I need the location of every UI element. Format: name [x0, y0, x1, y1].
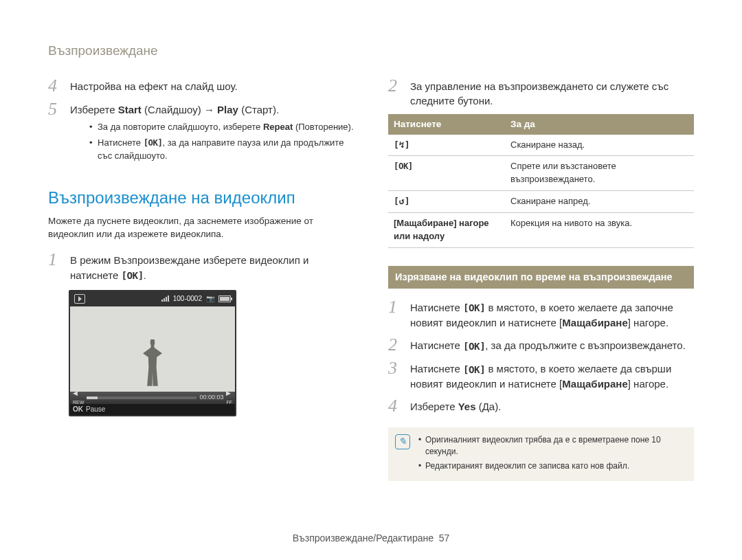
- volume-icon: [161, 295, 169, 302]
- note-item: Редактираният видеоклип се записва като …: [418, 460, 686, 472]
- left-column: 4 Настройва на ефект на слайд шоу. 5 Изб…: [48, 77, 354, 482]
- video-frame: [70, 306, 235, 392]
- timer-right-icon: [↺]: [394, 196, 409, 206]
- video-controls: ◀REW 00:00:03 ▶FF: [70, 392, 235, 404]
- ok-icon: [121, 269, 143, 283]
- breadcrumb: Възпроизвеждане: [48, 41, 694, 60]
- table-header-press: Натиснете: [388, 114, 505, 135]
- table-cell: Спрете или възстановете възпроизвежданет…: [505, 156, 694, 191]
- step-text: В режим Възпроизвеждане изберете видеокл…: [70, 251, 354, 283]
- step-5: 5 Изберете Start (Слайдшоу) → Play (Стар…: [48, 100, 354, 166]
- step-number: 2: [388, 336, 402, 354]
- battery-icon: [218, 295, 231, 302]
- note-icon: ✎: [395, 434, 410, 449]
- controls-table: Натиснете За да [↯] Сканиране назад. Спр…: [388, 114, 694, 248]
- step-text: Натиснете , за да продължите с възпроизв…: [410, 336, 694, 354]
- step-text: Настройва на ефект на слайд шоу.: [70, 77, 354, 95]
- step-text: За управление на възпроизвеждането си сл…: [410, 77, 694, 109]
- trim-step-4: 4 Изберете Yes (Да).: [388, 397, 694, 415]
- table-row: Спрете или възстановете възпроизвежданет…: [388, 156, 694, 191]
- trim-step-2: 2 Натиснете , за да продължите с възпрои…: [388, 336, 694, 354]
- ok-icon: [463, 301, 485, 315]
- ok-icon: [394, 161, 413, 173]
- elapsed-time: 00:00:03: [199, 393, 223, 402]
- step-number: 3: [388, 359, 402, 392]
- step-text: Натиснете в мястото, в което желаете да …: [410, 298, 694, 331]
- table-cell: Сканиране назад.: [505, 135, 694, 156]
- table-cell: Сканиране напред.: [505, 191, 694, 213]
- step-number: 4: [48, 77, 62, 95]
- trim-step-3: 3 Натиснете в мястото, в което желаете д…: [388, 359, 694, 392]
- video-topbar: 100-0002 📷: [70, 291, 235, 306]
- table-row: [↯] Сканиране назад.: [388, 135, 694, 156]
- trim-step-1: 1 Натиснете в мястото, в което желаете д…: [388, 298, 694, 331]
- table-header-to: За да: [505, 114, 694, 135]
- section-heading: Възпроизвеждане на видеоклип: [48, 186, 354, 210]
- step-4: 4 Настройва на ефект на слайд шоу.: [48, 77, 354, 95]
- ok-icon: [144, 137, 163, 150]
- ok-label: OK: [73, 405, 83, 415]
- step-number: 5: [48, 100, 62, 166]
- table-row: [Мащабиране] нагоре или надолу Корекция …: [388, 212, 694, 247]
- step-number: 1: [48, 251, 62, 283]
- table-cell: [Мащабиране] нагоре или надолу: [388, 212, 505, 247]
- page-footer: Възпроизвеждане/Редактиране 57: [0, 531, 742, 545]
- sub-bullets: За да повторите слайдшоуто, изберете Rep…: [89, 121, 354, 163]
- table-row: [↺] Сканиране напред.: [388, 191, 694, 213]
- ok-icon: [463, 363, 485, 377]
- step-text: Натиснете в мястото, в което желаете да …: [410, 359, 694, 392]
- image-counter: 100-0002: [173, 294, 202, 304]
- section-intro: Можете да пуснете видеоклип, да заснемет…: [48, 214, 354, 241]
- flash-left-icon: [↯]: [394, 139, 409, 150]
- step-text: Изберете Yes (Да).: [410, 397, 694, 415]
- step-2-controls: 2 За управление на възпроизвеждането си …: [388, 77, 694, 109]
- pause-label: Pause: [86, 405, 105, 415]
- progress-bar: [87, 396, 196, 399]
- ok-icon: [463, 339, 485, 354]
- right-column: 2 За управление на възпроизвеждането си …: [388, 77, 694, 482]
- step-1-video: 1 В режим Възпроизвеждане изберете видео…: [48, 251, 354, 283]
- person-silhouette-icon: [143, 339, 162, 386]
- table-cell: Корекция на нивото на звука.: [505, 212, 694, 247]
- note-box: ✎ Оригиналният видеоклип трябва да е с в…: [388, 427, 694, 481]
- step-text: Изберете Start (Слайдшоу) → Play (Старт)…: [70, 100, 354, 166]
- step-number: 2: [388, 77, 402, 109]
- bullet-item: За да повторите слайдшоуто, изберете Rep…: [89, 121, 354, 134]
- video-bottombar: OK Pause: [70, 404, 235, 415]
- step-number: 1: [388, 298, 402, 331]
- play-mode-icon: [74, 294, 85, 304]
- step-number: 4: [388, 397, 402, 415]
- bullet-item: Натиснете , за да направите пауза или да…: [89, 137, 354, 163]
- video-preview: 100-0002 📷 ◀REW 00:00:03 ▶FF OK Pause: [69, 290, 236, 416]
- subsection-banner: Изрязване на видеоклип по време на възпр…: [388, 266, 694, 289]
- note-item: Оригиналният видеоклип трябва да е с вре…: [418, 434, 686, 458]
